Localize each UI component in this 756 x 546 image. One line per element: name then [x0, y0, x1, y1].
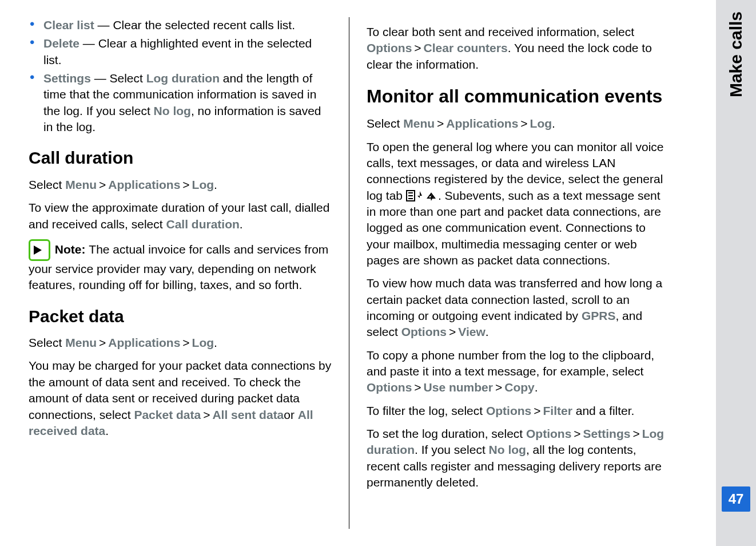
list-item: Settings — Select Log duration and the l…	[43, 70, 332, 135]
option-desc: — Select	[91, 72, 146, 85]
heading-monitor: Monitor all communication events	[367, 84, 670, 109]
nav-path: Select Menu>Applications>Log.	[367, 116, 670, 132]
page-number: 47	[722, 486, 751, 512]
section-label: Make calls	[726, 11, 746, 97]
nav-path: Select Menu>Applications>Log.	[29, 177, 332, 193]
option-desc: — Clear a highlighted event in the selec…	[43, 37, 312, 66]
general-log-tab-icon	[406, 190, 438, 203]
option-inline: No log	[154, 104, 191, 117]
body-text: To open the general log where you can mo…	[367, 139, 670, 269]
list-item: Delete — Clear a highlighted event in th…	[43, 35, 332, 68]
body-text: To copy a phone number from the log to t…	[367, 347, 670, 396]
option-term: Clear list	[43, 18, 94, 31]
heading-call-duration: Call duration	[29, 147, 332, 170]
option-term: Settings	[43, 72, 91, 85]
heading-packet-data: Packet data	[29, 305, 332, 329]
option-desc: — Clear the selected recent calls list.	[94, 18, 295, 31]
body-text: To filter the log, select Options>Filter…	[367, 403, 670, 419]
body-text: To set the log duration, select Options>…	[367, 426, 670, 490]
option-term: Delete	[43, 37, 79, 50]
body-text: You may be charged for your packet data …	[29, 358, 332, 439]
page-sidebar: Make calls 47	[716, 0, 756, 546]
nav-path: Select Menu>Applications>Log.	[29, 335, 332, 351]
right-column: To clear both sent and received informat…	[367, 17, 670, 529]
option-inline: Log duration	[146, 72, 220, 85]
note-block: Note: The actual invoice for calls and s…	[29, 239, 332, 294]
body-text: To view how much data was transferred an…	[367, 275, 670, 340]
column-divider	[349, 17, 349, 529]
list-item: Clear list — Clear the selected recent c…	[43, 17, 332, 33]
note-arrow-icon	[29, 239, 50, 261]
body-text: To clear both sent and received informat…	[367, 24, 670, 73]
left-column: Clear list — Clear the selected recent c…	[29, 17, 332, 529]
body-text: To view the approximate duration of your…	[29, 200, 332, 232]
options-list: Clear list — Clear the selected recent c…	[29, 17, 332, 135]
note-label: Note:	[55, 242, 89, 255]
